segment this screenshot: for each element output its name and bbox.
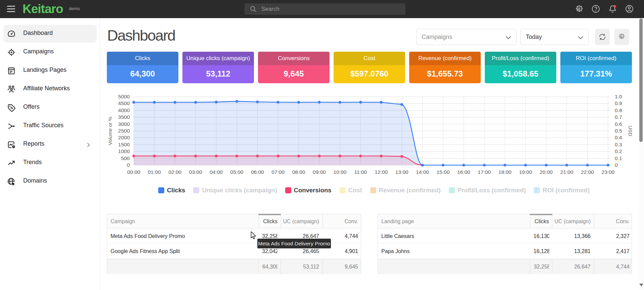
svg-text:03:00: 03:00 <box>189 169 202 175</box>
svg-text:19:00: 19:00 <box>519 169 532 175</box>
svg-text:0.9: 0.9 <box>615 100 622 106</box>
svg-text:1500: 1500 <box>118 142 130 147</box>
svg-text:500: 500 <box>121 155 130 161</box>
svg-text:05:00: 05:00 <box>230 169 244 175</box>
svg-text:14:00: 14:00 <box>416 169 429 175</box>
svg-text:0.8: 0.8 <box>615 107 622 113</box>
svg-text:23:00: 23:00 <box>602 169 615 175</box>
svg-text:0.7: 0.7 <box>615 114 622 120</box>
svg-text:11:00: 11:00 <box>354 169 367 175</box>
svg-text:22:00: 22:00 <box>581 169 594 175</box>
svg-text:20:00: 20:00 <box>540 169 553 175</box>
svg-text:0.3: 0.3 <box>615 142 622 147</box>
svg-text:01:00: 01:00 <box>148 169 161 175</box>
svg-text:4500: 4500 <box>118 100 130 106</box>
svg-text:09:00: 09:00 <box>313 169 326 175</box>
svg-text:0: 0 <box>127 162 130 168</box>
svg-text:5000: 5000 <box>118 94 130 99</box>
svg-text:0.2: 0.2 <box>615 148 622 154</box>
svg-text:2000: 2000 <box>118 135 130 140</box>
svg-text:0.6: 0.6 <box>615 121 622 127</box>
svg-text:15:00: 15:00 <box>437 169 450 175</box>
svg-text:07:00: 07:00 <box>271 169 285 175</box>
svg-text:10:00: 10:00 <box>334 169 347 175</box>
svg-text:08:00: 08:00 <box>292 169 305 175</box>
svg-text:Volume or %: Volume or % <box>107 116 113 145</box>
svg-text:1000: 1000 <box>118 148 130 154</box>
svg-text:16:00: 16:00 <box>457 169 470 175</box>
svg-text:17:00: 17:00 <box>478 169 491 175</box>
svg-text:2500: 2500 <box>118 128 130 134</box>
svg-text:0: 0 <box>615 162 618 168</box>
svg-text:4000: 4000 <box>118 107 130 113</box>
svg-text:12:00: 12:00 <box>375 169 388 175</box>
svg-text:3000: 3000 <box>118 121 130 127</box>
svg-text:21:00: 21:00 <box>560 169 573 175</box>
svg-text:3500: 3500 <box>118 114 130 120</box>
svg-text:18:00: 18:00 <box>499 169 512 175</box>
svg-text:0.5: 0.5 <box>615 128 622 134</box>
svg-text:02:00: 02:00 <box>168 169 181 175</box>
svg-text:04:00: 04:00 <box>210 169 223 175</box>
svg-text:0.1: 0.1 <box>615 155 622 161</box>
svg-text:0.4: 0.4 <box>615 135 622 140</box>
svg-text:06:00: 06:00 <box>251 169 264 175</box>
svg-text:1.0: 1.0 <box>615 94 622 99</box>
svg-text:USD: USD <box>628 126 633 136</box>
svg-text:00:00: 00:00 <box>127 169 140 175</box>
svg-text:13:00: 13:00 <box>395 169 409 175</box>
